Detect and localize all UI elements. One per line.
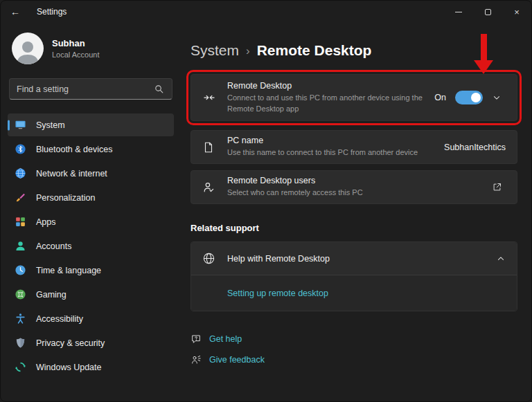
window-title: Settings	[37, 7, 66, 17]
sidebar-item-label: Windows Update	[36, 363, 102, 372]
sidebar-item-label: Apps	[36, 217, 56, 227]
pc-name-value: SubhanItechtics	[444, 143, 506, 152]
sidebar-item-personalization[interactable]: Personalization	[8, 186, 174, 209]
sidebar-item-label: Personalization	[36, 193, 95, 203]
sidebar-item-privacy-security[interactable]: Privacy & security	[8, 331, 174, 354]
sidebar-item-accessibility[interactable]: Accessibility	[8, 307, 174, 330]
chevron-up-icon[interactable]	[496, 254, 506, 264]
sidebar-item-system[interactable]: System	[8, 113, 174, 136]
settings-window: { "titlebar": { "back_glyph": "←", "titl…	[0, 0, 532, 402]
search-input[interactable]	[17, 84, 154, 94]
sidebar-item-label: Accounts	[36, 241, 71, 251]
toggle-knob	[471, 93, 481, 102]
toggle-state-label: On	[434, 93, 446, 102]
related-support-heading: Related support	[190, 223, 517, 233]
pc-name-icon	[202, 141, 216, 154]
annotation-arrow-shaft	[481, 34, 487, 62]
network-icon	[15, 167, 26, 179]
sidebar-item-label: Accessibility	[36, 314, 83, 324]
sidebar-item-label: Time & language	[36, 266, 101, 275]
sidebar-item-windows-update[interactable]: Windows Update	[8, 356, 174, 378]
pc-name-title: PC name	[227, 136, 433, 145]
avatar	[12, 33, 44, 64]
accessibility-icon	[15, 313, 26, 325]
sidebar: Subhan Local Account System	[1, 23, 182, 402]
main-content: System › Remote Desktop Remote Desktop C…	[182, 23, 532, 402]
breadcrumb-separator-icon: ›	[246, 43, 250, 58]
window-body: Subhan Local Account System	[1, 23, 531, 402]
remote-desktop-icon	[202, 91, 216, 104]
chevron-down-icon[interactable]	[492, 93, 506, 102]
maximize-icon	[485, 9, 491, 15]
remote-desktop-title: Remote Desktop	[227, 81, 423, 91]
annotation-arrow-head	[474, 60, 493, 74]
breadcrumb: System › Remote Desktop	[190, 42, 517, 59]
users-description: Select who can remotely access this PC	[227, 188, 435, 198]
search-box[interactable]	[9, 78, 172, 100]
sidebar-item-label: Bluetooth & devices	[36, 145, 113, 154]
close-button[interactable]: ×	[502, 1, 531, 23]
remote-desktop-users-card[interactable]: Remote Desktop users Select who can remo…	[190, 170, 517, 204]
personalization-icon	[15, 192, 26, 203]
help-card-title: Help with Remote Desktop	[227, 254, 485, 264]
accounts-icon	[15, 240, 26, 252]
remote-desktop-toggle[interactable]	[455, 91, 483, 104]
minimize-icon	[455, 12, 462, 12]
windows-update-icon	[15, 361, 26, 373]
external-link-icon[interactable]	[492, 182, 506, 192]
remote-desktop-description: Connect to and use this PC from another …	[227, 93, 423, 114]
sidebar-item-label: Network & internet	[36, 169, 107, 179]
setting-up-remote-desktop-link[interactable]: Setting up remote desktop	[227, 289, 328, 298]
sidebar-item-label: Gaming	[36, 290, 66, 300]
maximize-button[interactable]	[473, 1, 502, 23]
sidebar-item-bluetooth-devices[interactable]: Bluetooth & devices	[8, 138, 174, 161]
sidebar-item-apps[interactable]: Apps	[8, 210, 174, 233]
give-feedback-label: Give feedback	[209, 355, 265, 365]
sidebar-item-label: Privacy & security	[36, 338, 105, 348]
sidebar-nav: System Bluetooth & devices Network & int…	[8, 113, 174, 378]
remote-desktop-texts: Remote Desktop Connect to and use this P…	[227, 81, 423, 114]
users-texts: Remote Desktop users Select who can remo…	[227, 176, 481, 198]
account-type: Local Account	[52, 51, 100, 59]
settings-cards: Remote Desktop Connect to and use this P…	[190, 74, 517, 210]
get-help-icon	[190, 334, 202, 345]
bluetooth-icon	[15, 143, 26, 155]
system-icon	[15, 119, 26, 131]
search-icon	[154, 84, 165, 94]
back-icon[interactable]: ←	[10, 6, 26, 17]
annotation-arrow	[474, 34, 493, 75]
window-controls: ×	[444, 1, 531, 23]
pc-name-texts: PC name Use this name to connect to this…	[227, 136, 433, 158]
sidebar-item-label: System	[36, 120, 65, 130]
page-title: Remote Desktop	[257, 42, 372, 59]
account-row[interactable]: Subhan Local Account	[8, 28, 174, 77]
sidebar-item-time-language[interactable]: Time & language	[8, 259, 174, 282]
sidebar-item-gaming[interactable]: Gaming	[8, 283, 174, 306]
give-feedback-link[interactable]: Give feedback	[190, 354, 517, 365]
footer-links: Get help Give feedback	[190, 334, 517, 365]
users-title: Remote Desktop users	[227, 176, 481, 185]
apps-icon	[15, 216, 26, 228]
sidebar-item-accounts[interactable]: Accounts	[8, 235, 174, 257]
help-expander-body: Setting up remote desktop	[191, 275, 517, 311]
minimize-button[interactable]	[444, 1, 473, 23]
help-expander-header[interactable]: Help with Remote Desktop	[191, 242, 517, 275]
account-name: Subhan	[52, 38, 100, 48]
get-help-label: Get help	[209, 334, 242, 344]
remote-desktop-controls: On	[434, 91, 506, 104]
time-language-icon	[15, 264, 26, 276]
users-icon	[202, 181, 216, 194]
sidebar-item-network-internet[interactable]: Network & internet	[8, 162, 174, 185]
gaming-icon	[15, 289, 26, 300]
remote-desktop-card[interactable]: Remote Desktop Connect to and use this P…	[190, 74, 517, 121]
globe-icon	[202, 252, 216, 265]
selected-indicator	[8, 120, 10, 130]
pc-name-description: Use this name to connect to this PC from…	[227, 147, 433, 158]
titlebar: ← Settings ×	[1, 1, 531, 23]
breadcrumb-parent[interactable]: System	[190, 42, 239, 59]
account-texts: Subhan Local Account	[52, 38, 100, 59]
privacy-icon	[15, 337, 26, 349]
pc-name-card: PC name Use this name to connect to this…	[190, 130, 517, 164]
get-help-link[interactable]: Get help	[190, 334, 517, 345]
give-feedback-icon	[190, 354, 202, 365]
